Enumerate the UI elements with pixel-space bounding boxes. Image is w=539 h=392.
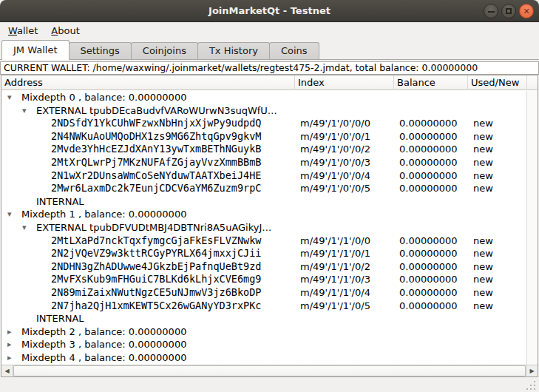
expand-arrow-icon[interactable]: ▸ <box>7 338 12 351</box>
row-label: INTERNAL <box>36 195 84 209</box>
scroll-right-arrow-icon[interactable]: ▶ <box>526 365 538 376</box>
tree-row[interactable]: 2N4NWKuAoUMQoDHX1zs9MG6ZhtqGpv9gkvMm/49'… <box>1 130 527 143</box>
tree-row[interactable]: ▾Mixdepth 1 , balance: 0.00000000 <box>1 208 527 221</box>
tree-row[interactable]: ▸Mixdepth 2 , balance: 0.00000000 <box>1 325 527 339</box>
horizontal-scroll-track[interactable] <box>13 365 526 376</box>
status-cell: new <box>473 260 493 274</box>
address-cell: 2N7jha2QjH1xmKEWT5Cx26wGANyYD3rxPKc <box>51 300 261 313</box>
expand-arrow-icon[interactable]: ▸ <box>7 325 12 339</box>
current-wallet-banner: CURRENT WALLET: /home/waxwing/.joinmarke… <box>0 61 539 75</box>
address-cell: 2NDSfdY1YkCUhWFzwxNbHnjxXjwPy9udpdQ <box>51 117 261 130</box>
column-header-balance[interactable]: Balance <box>394 75 468 90</box>
tab-coins[interactable]: Coins <box>269 42 319 59</box>
tree-row[interactable]: 2N89miZaixNWutNgzCE5uNJmwV3jz6BkoDPm/49'… <box>1 286 527 300</box>
titlebar[interactable]: JoinMarketQt - Testnet ✕ <box>0 0 539 22</box>
tree-row[interactable]: ▾EXTERNAL tpubDEcaBudvfVARoWUrwN3suqWfU… <box>1 104 527 118</box>
address-cell: 2Mvde3YhHcEZJdXAnY13ywTxmBEThNGuykB <box>51 143 261 156</box>
address-cell: 2MvFXsKub9mFHGuiC7BLKd6kLhjxCVE6mg9 <box>51 273 261 286</box>
tree-row[interactable]: 2MvFXsKub9mFHGuiC7BLKd6kLhjxCVE6mg9m/49'… <box>1 273 527 286</box>
tree-row[interactable]: INTERNAL <box>1 312 527 325</box>
collapse-arrow-icon[interactable]: ▾ <box>22 221 27 234</box>
column-header-index[interactable]: Index <box>295 75 394 90</box>
tree-row[interactable]: ▾EXTERNAL tpubDFVUDtMBJ4DBTNri8A5uAGikyJ… <box>1 221 527 234</box>
maximize-button[interactable] <box>501 4 516 18</box>
row-label: INTERNAL <box>36 312 84 325</box>
tab-tx-history[interactable]: Tx History <box>197 42 270 59</box>
tree-row[interactable]: 2NDHN3gZhADUwwe4JGkzbEjPafnqUeBt9zdm/49'… <box>1 260 527 274</box>
status-cell: new <box>473 300 493 313</box>
tree-row[interactable]: ▸Mixdepth 3 , balance: 0.00000000 <box>1 338 527 351</box>
tab-coinjoins[interactable]: Coinjoins <box>131 42 198 59</box>
row-label: Mixdepth 0 , balance: 0.00000000 <box>21 91 186 104</box>
balance-cell: 0.00000000 <box>399 247 458 260</box>
tree-row[interactable]: ▾Mixdepth 0 , balance: 0.00000000 <box>1 91 527 104</box>
tree-row[interactable]: 2Mvde3YhHcEZJdXAnY13ywTxmBEThNGuykBm/49'… <box>1 143 527 156</box>
address-cell: 2N89miZaixNWutNgzCE5uNJmwV3jz6BkoDP <box>51 286 261 300</box>
status-cell: new <box>473 182 493 195</box>
index-cell: m/49'/1'/0'/0/2 <box>300 143 370 156</box>
address-cell: 2N4NWKuAoUMQoDHX1zs9MG6ZhtqGpv9gkvM <box>51 130 261 143</box>
minimize-icon <box>488 11 495 13</box>
index-cell: m/49'/1'/0'/0/1 <box>300 130 370 143</box>
index-cell: m/49'/1'/0'/0/5 <box>300 182 370 195</box>
address-cell: 2Mwr6LaxmDc2k7EunjCDCV6aYM6Zuzm9rpC <box>51 182 261 195</box>
balance-cell: 0.00000000 <box>399 156 458 169</box>
column-header-used-new[interactable]: Used/New <box>468 75 527 90</box>
status-cell: new <box>473 286 493 300</box>
tab-jm-wallet[interactable]: JM Wallet <box>1 40 70 60</box>
tree-row[interactable]: INTERNAL <box>1 195 527 209</box>
balance-cell: 0.00000000 <box>399 117 458 130</box>
window-title: JoinMarketQt - Testnet <box>0 0 539 22</box>
vertical-scrollbar[interactable] <box>526 91 538 365</box>
address-cell: 2N2jVQeVZ9w3kttRCGyPYRLX64jmxxjCJii <box>51 247 261 260</box>
resize-grip-icon[interactable] <box>526 379 536 390</box>
balance-cell: 0.00000000 <box>399 260 458 274</box>
collapse-arrow-icon[interactable]: ▾ <box>7 208 12 221</box>
window-bottom-strip <box>0 378 539 392</box>
menubar: Wallet About <box>0 22 539 39</box>
tree-header: Address Index Balance Used/New <box>1 75 538 90</box>
tree-row[interactable]: ▸Mixdepth 4 , balance: 0.00000000 <box>1 351 527 365</box>
status-cell: new <box>473 273 493 286</box>
index-cell: m/49'/1'/0'/0/0 <box>300 117 370 130</box>
close-icon: ✕ <box>523 7 529 16</box>
column-header-address[interactable]: Address <box>1 75 295 90</box>
index-cell: m/49'/1'/0'/0/4 <box>300 169 370 183</box>
tree-row[interactable]: 2N1wXr2DUnsaWmCoSeNYduwTAATXbeiJ4HEm/49'… <box>1 169 527 183</box>
index-cell: m/49'/1'/1'/0/0 <box>300 234 370 248</box>
address-cell: 2N1wXr2DUnsaWmCoSeNYduwTAATXbeiJ4HE <box>51 169 261 183</box>
balance-cell: 0.00000000 <box>399 169 458 183</box>
index-cell: m/49'/1'/1'/0/2 <box>300 260 370 274</box>
menu-wallet[interactable]: Wallet <box>1 24 44 38</box>
collapse-arrow-icon[interactable]: ▾ <box>22 104 27 118</box>
status-cell: new <box>473 234 493 248</box>
minimize-button[interactable] <box>484 4 498 18</box>
tree-row[interactable]: 2NDSfdY1YkCUhWFzwxNbHnjxXjwPy9udpdQm/49'… <box>1 117 527 130</box>
tree-row[interactable]: 2N7jha2QjH1xmKEWT5Cx26wGANyYD3rxPKcm/49'… <box>1 300 527 313</box>
menu-about[interactable]: About <box>44 24 86 38</box>
balance-cell: 0.00000000 <box>399 182 458 195</box>
balance-cell: 0.00000000 <box>399 130 458 143</box>
horizontal-scroll-thumb[interactable] <box>13 365 526 376</box>
tab-settings[interactable]: Settings <box>69 42 132 59</box>
tree-row[interactable]: 2MtXrQLwrPj7MKzNUFAfZGjayVvzXmmBBmBm/49'… <box>1 156 527 169</box>
tree-row[interactable]: 2MtLXaPd7nckTqxfymgcGjaFkEsFLVZNwkwm/49'… <box>1 234 527 248</box>
row-label: Mixdepth 2 , balance: 0.00000000 <box>21 325 186 339</box>
scroll-left-arrow-icon[interactable]: ◀ <box>1 365 13 376</box>
index-cell: m/49'/1'/1'/0/3 <box>300 273 370 286</box>
tree-row[interactable]: 2N2jVQeVZ9w3kttRCGyPYRLX64jmxxjCJiim/49'… <box>1 247 527 260</box>
close-button[interactable]: ✕ <box>519 4 534 18</box>
row-label: Mixdepth 4 , balance: 0.00000000 <box>21 351 186 365</box>
tree-row[interactable]: 2Mwr6LaxmDc2k7EunjCDCV6aYM6Zuzm9rpCm/49'… <box>1 182 527 195</box>
row-label: EXTERNAL tpubDEcaBudvfVARoWUrwN3suqWfU… <box>36 104 277 118</box>
row-label: Mixdepth 3 , balance: 0.00000000 <box>21 338 186 351</box>
status-cell: new <box>473 247 493 260</box>
collapse-arrow-icon[interactable]: ▾ <box>7 91 12 104</box>
row-label: EXTERNAL tpubDFVUDtMBJ4DBTNri8A5uAGikyJ… <box>36 221 271 234</box>
expand-arrow-icon[interactable]: ▸ <box>7 351 12 365</box>
row-label: Mixdepth 1 , balance: 0.00000000 <box>21 208 186 221</box>
balance-cell: 0.00000000 <box>399 286 458 300</box>
status-cell: new <box>473 130 493 143</box>
horizontal-scrollbar[interactable]: ◀ ▶ <box>1 365 538 376</box>
address-cell: 2MtXrQLwrPj7MKzNUFAfZGjayVvzXmmBBmB <box>51 156 261 169</box>
